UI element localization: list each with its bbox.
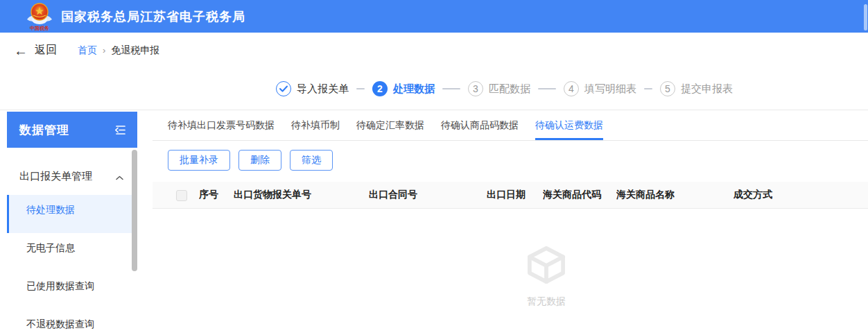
column-header-seq: 序号 [199,189,234,201]
empty-state-text: 暂无数据 [527,295,566,308]
step-label: 提交申报表 [681,83,733,96]
step-connector [538,88,556,89]
step-label: 匹配数据 [489,83,530,96]
breadcrumb-home-link[interactable]: 首页 [78,44,97,57]
sidebar: 数据管理 出口报关单管理 待处理数据 无电子信息 已使用数据查询 不退税数据查询 [7,112,137,335]
column-header-customs-commodity-name: 海关商品名称 [616,189,734,201]
column-header-declaration-no: 出口货物报关单号 [234,189,369,201]
step-4-fill-detail-form: 4 填写明细表 [564,81,636,96]
step-1-import-declaration: 导入报关单 [276,81,349,96]
tab-currency-data[interactable]: 待补填币制 [291,110,340,140]
breadcrumb-current: 免退税申报 [111,44,159,57]
select-all-cell [153,189,199,200]
empty-box-icon [526,246,566,284]
step-2-process-data: 2 处理数据 [372,81,435,96]
content-panel: 待补填出口发票号码数据 待补填币制 待确定汇率数据 待确认商品码数据 待确认运费… [137,110,868,335]
back-button[interactable]: 返回 [35,43,57,58]
step-3-match-data: 3 匹配数据 [468,81,530,96]
column-header-customs-commodity-code: 海关商品代码 [543,189,616,201]
batch-supplement-button[interactable]: 批量补录 [168,150,230,171]
sidebar-group-export-declaration-mgmt[interactable]: 出口报关单管理 [7,157,137,195]
toolbar: 批量补录 删除 筛选 [168,150,868,171]
chevron-up-icon [116,171,123,182]
sidebar-item-no-electronic-info[interactable]: 无电子信息 [7,233,137,271]
tab-exchange-rate-data[interactable]: 待确定汇率数据 [356,110,424,140]
page-scrollbar[interactable] [864,4,867,31]
sidebar-item-non-refund-data-query[interactable]: 不退税数据查询 [7,309,137,335]
step-indicator: 导入报关单 2 处理数据 3 匹配数据 4 填写明细表 5 提交申报表 [0,68,868,110]
sidebar-collapse-icon[interactable] [114,125,126,135]
filter-button[interactable]: 筛选 [290,150,333,171]
nav-row: ← 返回 首页 › 免退税申报 [0,33,868,68]
step-connector [644,88,652,89]
app-header: 中国税务 国家税务总局江苏省电子税务局 [0,0,868,33]
tab-freight-data[interactable]: 待确认运费数据 [535,110,603,140]
sidebar-header: 数据管理 [7,112,137,148]
sidebar-group-label: 出口报关单管理 [19,170,92,183]
sidebar-item-used-data-query[interactable]: 已使用数据查询 [7,271,137,309]
step-label: 填写明细表 [584,83,636,96]
column-header-contract-no: 出口合同号 [369,189,487,201]
step-number: 5 [660,81,675,96]
step-connector [442,88,460,89]
step-number: 3 [468,81,483,96]
tab-commodity-code-data[interactable]: 待确认商品码数据 [441,110,519,140]
step-number: 4 [564,81,579,96]
sidebar-title: 数据管理 [19,122,69,138]
tax-bureau-logo-icon: 中国税务 [25,1,54,31]
delete-button[interactable]: 删除 [238,150,281,171]
step-label: 处理数据 [393,83,435,96]
column-header-export-date: 出口日期 [487,189,543,201]
app-title: 国家税务总局江苏省电子税务局 [61,8,245,25]
main-body: 数据管理 出口报关单管理 待处理数据 无电子信息 已使用数据查询 不退税数据查询 [0,110,868,335]
breadcrumb-separator: › [103,45,105,55]
logo-caption: 中国税务 [30,25,49,31]
sidebar-item-pending-data[interactable]: 待处理数据 [7,195,137,233]
back-arrow-icon[interactable]: ← [14,44,28,58]
sidebar-scrollbar[interactable] [132,150,137,271]
tab-invoice-number-data[interactable]: 待补填出口发票号码数据 [168,110,275,140]
step-5-submit-declaration-form: 5 提交申报表 [660,81,733,96]
step-label: 导入报关单 [297,83,349,96]
table-header-row: 序号 出口货物报关单号 出口合同号 出口日期 海关商品代码 海关商品名称 成交方… [153,182,868,209]
step-connector [356,88,365,89]
select-all-checkbox[interactable] [176,190,187,201]
column-header-transaction-mode: 成交方式 [734,189,868,201]
empty-state: 暂无数据 [189,246,868,308]
breadcrumb: 首页 › 免退税申报 [78,44,159,57]
tab-bar: 待补填出口发票号码数据 待补填币制 待确定汇率数据 待确认商品码数据 待确认运费… [153,110,868,141]
step-check-icon [276,81,291,96]
step-number: 2 [372,81,388,96]
